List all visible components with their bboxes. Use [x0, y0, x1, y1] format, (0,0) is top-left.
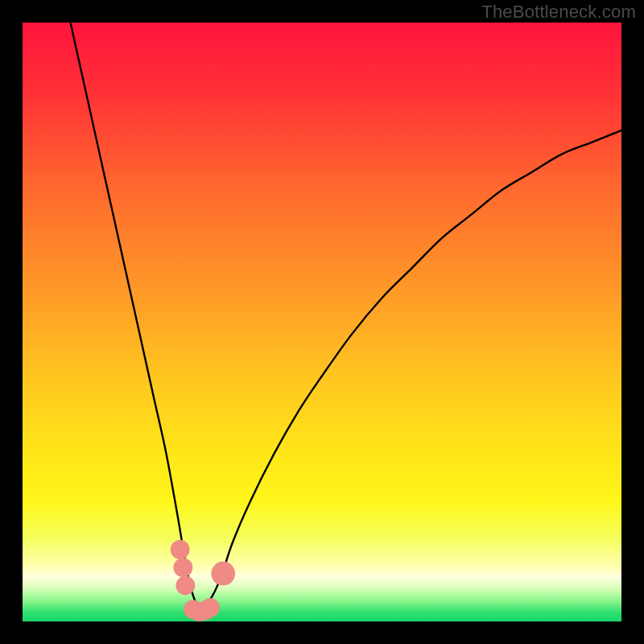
- marker-left-cluster: [175, 576, 195, 595]
- marker-left-cluster: [173, 558, 192, 577]
- bottleneck-chart: [23, 23, 621, 621]
- marker-right-dot: [211, 562, 235, 586]
- marker-left-cluster: [171, 540, 190, 559]
- plot-background: [23, 23, 621, 621]
- marker-valley-floor: [200, 598, 220, 617]
- watermark-label: TheBottleneck.com: [481, 2, 636, 23]
- chart-frame: TheBottleneck.com: [0, 0, 644, 644]
